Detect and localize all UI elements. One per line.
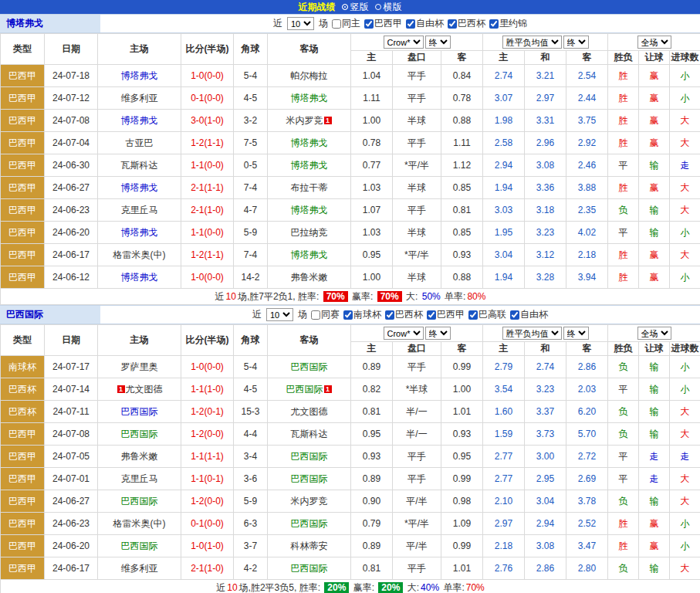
score-link[interactable]: 1-1(0-1) xyxy=(181,468,234,490)
score-link[interactable]: 1-2(0-1) xyxy=(181,401,234,423)
score-link[interactable]: 0-1(0-0) xyxy=(181,87,234,110)
score-link[interactable]: 1-2(1-1) xyxy=(181,244,234,266)
away-team-link[interactable]: 博塔弗戈 xyxy=(291,137,328,148)
filter-checkbox-label[interactable]: 巴西甲 xyxy=(427,308,465,321)
home-team-link[interactable]: 维多利亚 xyxy=(121,93,158,103)
away-team-link[interactable]: 布拉干蒂 xyxy=(291,182,328,193)
away-team-link[interactable]: 博塔弗戈 xyxy=(291,205,328,215)
filter-checkbox-label[interactable]: 巴高联 xyxy=(468,308,506,321)
filter-checkbox-label[interactable]: 自由杯 xyxy=(510,308,548,321)
filter-checkbox[interactable] xyxy=(406,19,415,29)
away-team-link[interactable]: 巴西国际 xyxy=(291,473,328,484)
filter-checkbox-label[interactable]: 同赛 xyxy=(311,308,340,321)
home-team-link[interactable]: 博塔弗戈 xyxy=(121,182,158,193)
layout-radio-horizontal[interactable]: 横版 xyxy=(375,1,402,14)
home-team-link[interactable]: 巴西国际 xyxy=(121,429,158,439)
score-link[interactable]: 1-0(0-0) xyxy=(181,65,234,87)
team-name[interactable]: 博塔弗戈 xyxy=(0,15,100,32)
filter-checkbox[interactable] xyxy=(343,310,353,320)
home-team-link[interactable]: 尤文图德 xyxy=(126,384,163,395)
score-link[interactable]: 1-0(0-0) xyxy=(181,356,234,378)
filter-checkbox-label[interactable]: 同主 xyxy=(332,17,360,30)
score-link[interactable]: 2-1(1-1) xyxy=(181,177,234,199)
home-team-link[interactable]: 古亚巴 xyxy=(126,137,154,148)
filter-checkbox[interactable] xyxy=(489,19,499,29)
filter-checkbox-label[interactable]: 里约锦 xyxy=(489,17,527,30)
avg-final-select[interactable]: 终 xyxy=(563,327,589,340)
home-team-link[interactable]: 格雷米奥(中) xyxy=(113,518,166,529)
score-link[interactable]: 1-1(0-0) xyxy=(181,154,234,177)
odds-final-select[interactable]: 终 xyxy=(425,327,451,340)
score-link[interactable]: 1-1(1-0) xyxy=(181,378,234,401)
away-team-link[interactable]: 瓦斯科达 xyxy=(291,429,328,439)
filter-checkbox-label[interactable]: 自由杯 xyxy=(406,17,444,30)
away-team-link[interactable]: 巴拉纳竞 xyxy=(291,227,328,238)
away-team-link[interactable]: 博塔弗戈 xyxy=(291,249,328,260)
score-link[interactable]: 1-0(0-0) xyxy=(181,266,234,289)
away-team-link[interactable]: 米内罗竞 xyxy=(291,496,328,507)
filter-checkbox-label[interactable]: 巴西甲 xyxy=(364,17,402,30)
filter-checkbox[interactable] xyxy=(311,310,320,320)
scope-select[interactable]: 全场 xyxy=(637,327,671,340)
filter-checkbox[interactable] xyxy=(364,19,374,29)
home-team-link[interactable]: 格雷米奥(中) xyxy=(113,249,166,260)
away-team-link[interactable]: 巴西国际 xyxy=(291,361,328,372)
home-team-link[interactable]: 维多利亚 xyxy=(121,563,158,574)
column-header: 客场 xyxy=(268,325,351,356)
away-team-link[interactable]: 巴西国际 xyxy=(291,518,328,529)
home-team-link[interactable]: 克里丘马 xyxy=(121,205,158,215)
filter-checkbox[interactable] xyxy=(468,310,478,320)
scope-select[interactable]: 全场 xyxy=(637,36,671,49)
away-team-link[interactable]: 科林蒂安 xyxy=(291,540,328,551)
home-team-link[interactable]: 巴西国际 xyxy=(121,540,158,551)
filter-checkbox[interactable] xyxy=(427,310,436,320)
away-team-link[interactable]: 巴西国际 xyxy=(286,384,323,395)
odds-provider-select[interactable]: Crow* xyxy=(384,327,424,340)
filter-checkbox[interactable] xyxy=(385,310,394,320)
score-link[interactable]: 1-2(0-0) xyxy=(181,423,234,446)
home-team-link[interactable]: 博塔弗戈 xyxy=(121,227,158,238)
away-team-link[interactable]: 博塔弗戈 xyxy=(291,160,328,171)
score-link[interactable]: 2-1(1-0) xyxy=(181,557,234,580)
away-team-link[interactable]: 弗鲁米嫩 xyxy=(291,272,328,283)
home-team-link[interactable]: 巴西国际 xyxy=(121,406,158,417)
filter-checkbox-label[interactable]: 巴西杯 xyxy=(448,17,485,30)
filter-checkbox-label[interactable]: 南球杯 xyxy=(343,308,381,321)
avg-odds-select[interactable]: 胜平负均值 xyxy=(502,36,562,49)
odds-provider-select[interactable]: Crow* xyxy=(384,36,424,49)
home-team-link[interactable]: 瓦斯科达 xyxy=(121,160,158,171)
score-link[interactable]: 1-1(1-1) xyxy=(181,446,234,468)
home-team-link[interactable]: 博塔弗戈 xyxy=(121,272,158,283)
score-link[interactable]: 3-0(1-0) xyxy=(181,110,234,132)
score-link[interactable]: 1-2(1-1) xyxy=(181,132,234,154)
filter-checkbox[interactable] xyxy=(332,19,341,29)
home-team-link[interactable]: 克里丘马 xyxy=(121,473,158,484)
avg-odds-select[interactable]: 胜平负均值 xyxy=(502,327,562,340)
home-team-link[interactable]: 博塔弗戈 xyxy=(121,115,158,126)
score-link[interactable]: 1-0(1-0) xyxy=(181,535,234,557)
match-count-select[interactable]: 10 xyxy=(287,17,314,30)
odds-final-select[interactable]: 终 xyxy=(425,36,451,49)
filter-checkbox[interactable] xyxy=(448,19,457,29)
match-count-select[interactable]: 10 xyxy=(266,308,293,321)
score-link[interactable]: 0-1(0-0) xyxy=(181,513,234,535)
result-outcome: 负 xyxy=(608,356,639,378)
avg-final-select[interactable]: 终 xyxy=(563,36,589,49)
away-team-link[interactable]: 尤文图德 xyxy=(291,406,328,417)
score-link[interactable]: 1-1(0-0) xyxy=(181,222,234,244)
score-link[interactable]: 1-2(0-0) xyxy=(181,490,234,513)
filter-checkbox[interactable] xyxy=(510,310,519,320)
score-link[interactable]: 2-1(1-0) xyxy=(181,199,234,222)
away-team-link[interactable]: 巴西国际 xyxy=(291,563,328,574)
team-name[interactable]: 巴西国际 xyxy=(0,306,100,324)
home-team-link[interactable]: 巴西国际 xyxy=(121,496,158,507)
home-team-link[interactable]: 博塔弗戈 xyxy=(121,70,158,81)
away-team-link[interactable]: 博塔弗戈 xyxy=(291,93,328,103)
away-team-link[interactable]: 米内罗竞 xyxy=(286,115,323,126)
home-team-link[interactable]: 弗鲁米嫩 xyxy=(121,451,158,462)
filter-checkbox-label[interactable]: 巴西杯 xyxy=(385,308,423,321)
layout-radio-vertical[interactable]: 竖版 xyxy=(342,1,369,14)
away-team-link[interactable]: 巴西国际 xyxy=(291,451,328,462)
home-team-link[interactable]: 罗萨里奥 xyxy=(121,361,158,372)
away-team-link[interactable]: 帕尔梅拉 xyxy=(291,70,328,81)
